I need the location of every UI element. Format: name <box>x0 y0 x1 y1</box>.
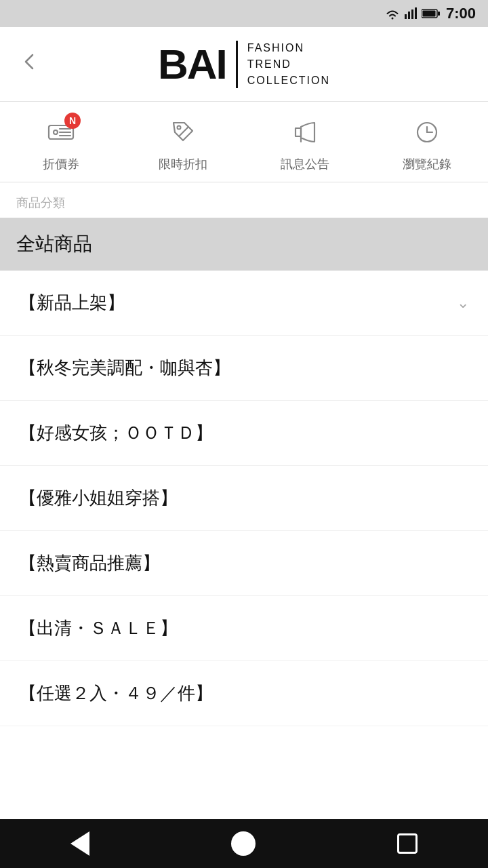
bottom-nav <box>0 819 488 868</box>
signal-icon <box>404 7 418 20</box>
svg-rect-8 <box>438 12 440 16</box>
chevron-down-icon: ⌄ <box>457 294 469 312</box>
nav-history[interactable]: 瀏覽紀錄 <box>366 114 488 172</box>
svg-rect-4 <box>411 9 413 19</box>
logo-line2: TREND <box>247 56 330 73</box>
battery-icon <box>422 8 441 19</box>
megaphone-icon <box>290 117 320 147</box>
menu-item-5[interactable]: 【出清・ＳＡＬＥ】 <box>0 596 488 661</box>
svg-point-1 <box>391 18 393 20</box>
logo-line1: FASHION <box>247 40 330 56</box>
history-label: 瀏覽紀錄 <box>403 156 451 172</box>
nav-home-button[interactable] <box>231 831 256 856</box>
coupon-label: 折價券 <box>43 156 79 172</box>
back-button[interactable] <box>20 52 39 77</box>
svg-point-10 <box>54 130 58 134</box>
menu-item-label-0: 【新品上架】 <box>19 291 125 315</box>
menu-item-label-3: 【優雅小姐姐穿搭】 <box>19 486 178 510</box>
clock-icon <box>412 117 442 147</box>
logo-bai-text: BAI <box>158 43 226 85</box>
menu-list: 【新品上架】 ⌄ 【秋冬完美調配・咖與杏】 【好感女孩；ＯＯＴＤ】 【優雅小姐姐… <box>0 271 488 726</box>
category-selected[interactable]: 全站商品 <box>0 218 488 271</box>
nav-discount[interactable]: 限時折扣 <box>122 114 244 172</box>
svg-rect-5 <box>415 7 417 19</box>
svg-rect-7 <box>422 11 435 17</box>
nav-back-button[interactable] <box>70 831 89 856</box>
announcement-icon-wrapper <box>287 114 323 151</box>
svg-rect-3 <box>408 12 410 19</box>
announcement-label: 訊息公告 <box>281 156 329 172</box>
nav-back-icon <box>70 831 89 856</box>
discount-icon-wrapper <box>165 114 201 151</box>
svg-point-14 <box>178 126 181 130</box>
menu-item-0[interactable]: 【新品上架】 ⌄ <box>0 271 488 336</box>
logo-divider <box>236 41 238 88</box>
nav-recents-button[interactable] <box>397 833 418 854</box>
nav-recents-icon <box>397 833 418 854</box>
logo: BAI FASHION TREND COLLECTION <box>158 40 330 89</box>
menu-item-label-5: 【出清・ＳＡＬＥ】 <box>19 616 178 640</box>
status-icons <box>385 7 441 20</box>
discount-tag-icon <box>168 117 198 147</box>
menu-item-label-1: 【秋冬完美調配・咖與杏】 <box>19 356 230 380</box>
menu-item-label-6: 【任選２入・４９／件】 <box>19 682 213 705</box>
nav-home-icon <box>231 831 256 856</box>
logo-line3: COLLECTION <box>247 73 330 89</box>
category-header: 商品分類 <box>0 182 488 218</box>
time-display: 7:00 <box>446 5 476 22</box>
menu-item-3[interactable]: 【優雅小姐姐穿搭】 <box>0 466 488 531</box>
nav-announcement[interactable]: 訊息公告 <box>244 114 366 172</box>
menu-item-label-2: 【好感女孩；ＯＯＴＤ】 <box>19 421 213 445</box>
status-bar: 7:00 <box>0 0 488 27</box>
discount-label: 限時折扣 <box>159 156 207 172</box>
menu-item-2[interactable]: 【好感女孩；ＯＯＴＤ】 <box>0 401 488 466</box>
menu-item-1[interactable]: 【秋冬完美調配・咖與杏】 <box>0 336 488 401</box>
menu-item-4[interactable]: 【熱賣商品推薦】 <box>0 531 488 596</box>
history-icon-wrapper <box>409 114 445 151</box>
icon-nav: N 折價券 限時折扣 訊息公告 <box>0 102 488 182</box>
coupon-icon-wrapper: N <box>43 114 79 151</box>
menu-item-label-4: 【熱賣商品推薦】 <box>19 551 160 575</box>
category-header-label: 商品分類 <box>16 196 65 210</box>
svg-rect-2 <box>405 14 407 19</box>
app-header: BAI FASHION TREND COLLECTION <box>0 27 488 102</box>
coupon-badge: N <box>64 113 81 129</box>
logo-taglines: FASHION TREND COLLECTION <box>247 40 330 89</box>
menu-item-6[interactable]: 【任選２入・４９／件】 <box>0 661 488 726</box>
wifi-icon <box>385 7 400 20</box>
nav-coupon[interactable]: N 折價券 <box>0 114 122 172</box>
